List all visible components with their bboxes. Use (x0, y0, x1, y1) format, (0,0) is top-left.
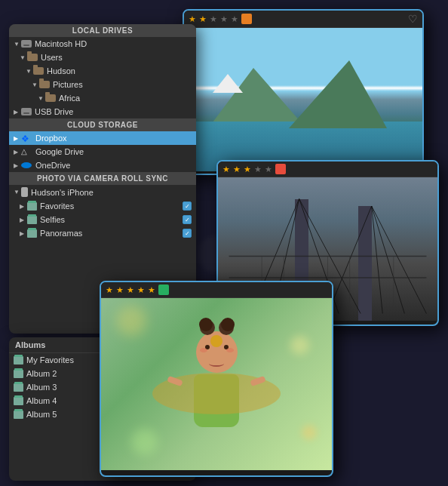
star3: ★ (244, 165, 251, 174)
expand-arrow: ▶ (14, 109, 21, 115)
favorites-item[interactable]: ▶ Favorites (9, 199, 196, 213)
expand-arrow: ▶ (14, 162, 21, 169)
heart-icon[interactable]: ♡ (408, 13, 418, 25)
onedrive-icon (21, 162, 32, 168)
star5: ★ (148, 285, 155, 295)
expand-arrow: ▶ (20, 217, 27, 223)
cloud-storage-header: CLOUD STORAGE (9, 118, 196, 131)
sync-checkbox[interactable] (183, 229, 192, 238)
sync-checkbox[interactable] (183, 201, 192, 211)
album5-label: Album 5 (26, 410, 57, 419)
album-icon (27, 202, 37, 211)
star2: ★ (116, 285, 124, 295)
star4: ★ (137, 285, 145, 295)
album4-label: Album 4 (26, 396, 57, 405)
star1: ★ (222, 165, 230, 174)
window2-toolbar: ★ ★ ★ ★ ★ (218, 161, 437, 177)
google-drive-item[interactable]: ▶ △ Google Drive (9, 145, 196, 158)
child-figure (179, 331, 254, 452)
expand-arrow: ▼ (38, 95, 45, 102)
svg-line-6 (372, 206, 405, 314)
album3-label: Album 3 (26, 383, 57, 392)
expand-arrow: ▼ (26, 68, 33, 75)
sync-checkbox[interactable] (183, 215, 192, 224)
folder-icon (39, 81, 50, 88)
album-icon (14, 370, 23, 378)
star3: ★ (127, 285, 134, 295)
color-badge-green (158, 285, 169, 295)
album-icon (14, 383, 23, 392)
africa-item[interactable]: ▼ Africa (9, 91, 196, 105)
expand-arrow: ▼ (20, 54, 27, 61)
macintosh-hd-item[interactable]: ▼ Macintosh HD (9, 37, 196, 51)
google-drive-label: Google Drive (35, 147, 84, 156)
album-icon (14, 356, 23, 364)
folder-icon (33, 67, 44, 75)
dropbox-icon: ❖ (21, 134, 32, 143)
onedrive-item[interactable]: ▶ OneDrive (9, 158, 196, 172)
drive-icon (21, 40, 32, 48)
hudsons-iphone-label: Hudson's iPhone (31, 188, 94, 197)
mountain-snow (213, 74, 243, 93)
album-icon (14, 397, 23, 405)
album2-label: Album 2 (26, 369, 57, 378)
pictures-item[interactable]: ▼ Pictures (9, 78, 196, 91)
usb-drive-item[interactable]: ▶ USB Drive (9, 105, 196, 118)
expand-arrow: ▼ (32, 82, 39, 88)
color-badge-orange (241, 14, 252, 24)
photo-window-mountain: ★ ★ ★ ★ ★ ♡ (183, 9, 424, 175)
pictures-label: Pictures (53, 80, 83, 89)
star5: ★ (265, 165, 272, 174)
usb-drive-label: USB Drive (35, 107, 73, 116)
users-item[interactable]: ▼ Users (9, 51, 196, 64)
window3-toolbar: ★ ★ ★ ★ ★ (101, 282, 332, 298)
album-icon (27, 216, 37, 224)
star2: ★ (233, 165, 241, 174)
folder-icon (45, 94, 56, 102)
panoramas-item[interactable]: ▶ Panoramas (9, 226, 196, 240)
album-icon (14, 411, 23, 419)
mountain-photo (184, 28, 422, 171)
star3: ★ (210, 14, 217, 24)
phone-icon (21, 187, 28, 197)
star4: ★ (220, 14, 228, 24)
favorites-label: Favorites (40, 201, 74, 211)
hudson-item[interactable]: ▼ Hudson (9, 64, 196, 78)
dropbox-item[interactable]: ▶ ❖ Dropbox (9, 131, 196, 145)
onedrive-label: OneDrive (35, 161, 70, 170)
my-favorites-label: My Favorites (26, 355, 74, 364)
svg-line-5 (372, 206, 383, 314)
macintosh-hd-label: Macintosh HD (35, 39, 87, 48)
star1: ★ (106, 285, 113, 295)
child-photo (101, 298, 332, 470)
africa-label: Africa (59, 94, 80, 103)
svg-line-7 (372, 206, 427, 314)
color-badge-red (275, 164, 286, 174)
expand-arrow: ▶ (14, 149, 21, 155)
camera-roll-header: PHOTO VIA CAMERA ROLL SYNC (9, 172, 196, 185)
window1-toolbar: ★ ★ ★ ★ ★ ♡ (184, 11, 422, 28)
dropbox-label: Dropbox (35, 134, 67, 143)
selfies-item[interactable]: ▶ Selfies (9, 213, 196, 226)
gdrive-icon: △ (21, 147, 32, 156)
local-drives-header: LOCAL DRIVES (9, 24, 196, 37)
selfies-label: Selfies (40, 215, 65, 224)
star4: ★ (254, 165, 262, 174)
panoramas-label: Panoramas (40, 229, 82, 238)
photo-window-child: ★ ★ ★ ★ ★ (100, 281, 333, 477)
drive-icon (21, 108, 32, 115)
expand-arrow: ▼ (14, 189, 21, 195)
star5: ★ (231, 14, 238, 24)
star1: ★ (189, 14, 196, 24)
hudsons-iphone-item[interactable]: ▼ Hudson's iPhone (9, 185, 196, 199)
folder-icon (27, 54, 38, 61)
expand-arrow: ▶ (20, 203, 27, 210)
hudson-label: Hudson (47, 66, 75, 75)
star2: ★ (199, 14, 207, 24)
expand-arrow: ▶ (14, 135, 21, 142)
album-icon (27, 229, 37, 238)
expand-arrow: ▶ (20, 230, 27, 237)
main-scene: LOCAL DRIVES ▼ Macintosh HD ▼ Users ▼ Hu… (9, 9, 439, 477)
expand-arrow: ▼ (14, 41, 21, 48)
users-label: Users (41, 53, 63, 62)
